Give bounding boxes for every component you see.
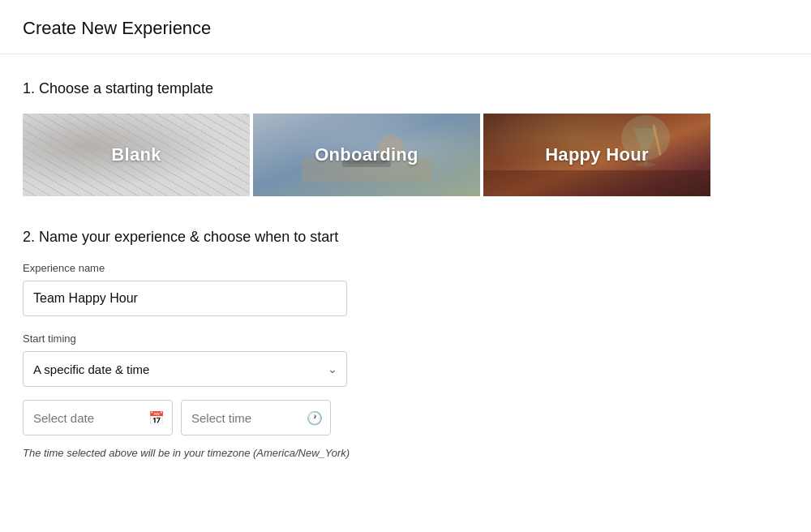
onboarding-label: Onboarding — [315, 144, 418, 165]
timezone-note: The time selected above will be in your … — [23, 447, 788, 459]
time-input-wrapper: 🕐 — [181, 400, 331, 435]
blank-label: Blank — [111, 144, 161, 165]
page-header: Create New Experience — [0, 0, 811, 54]
date-input-wrapper: 📅 — [23, 400, 173, 435]
template-card-happyhour[interactable]: Happy Hour — [483, 114, 710, 196]
happyhour-overlay: Happy Hour — [483, 114, 710, 196]
page-title: Create New Experience — [23, 18, 788, 39]
time-input[interactable] — [181, 400, 331, 435]
template-row: Blank Onboarding — [23, 114, 788, 196]
experience-name-label: Experience name — [23, 262, 788, 274]
start-timing-select[interactable]: A specific date & time Immediately Manua… — [23, 351, 347, 387]
experience-name-input[interactable] — [23, 281, 347, 316]
section2-title: 2. Name your experience & choose when to… — [23, 229, 788, 246]
datetime-row: 📅 🕐 — [23, 400, 788, 435]
start-timing-label: Start timing — [23, 332, 788, 345]
happyhour-label: Happy Hour — [545, 144, 649, 165]
template-card-onboarding[interactable]: Onboarding — [253, 114, 480, 196]
page-content: 1. Choose a starting template Blank — [0, 54, 811, 485]
start-timing-wrapper: A specific date & time Immediately Manua… — [23, 351, 347, 387]
blank-overlay: Blank — [23, 114, 250, 196]
onboarding-overlay: Onboarding — [253, 114, 480, 196]
section1-title: 1. Choose a starting template — [23, 80, 788, 97]
template-card-blank[interactable]: Blank — [23, 114, 250, 196]
date-input[interactable] — [23, 400, 173, 435]
